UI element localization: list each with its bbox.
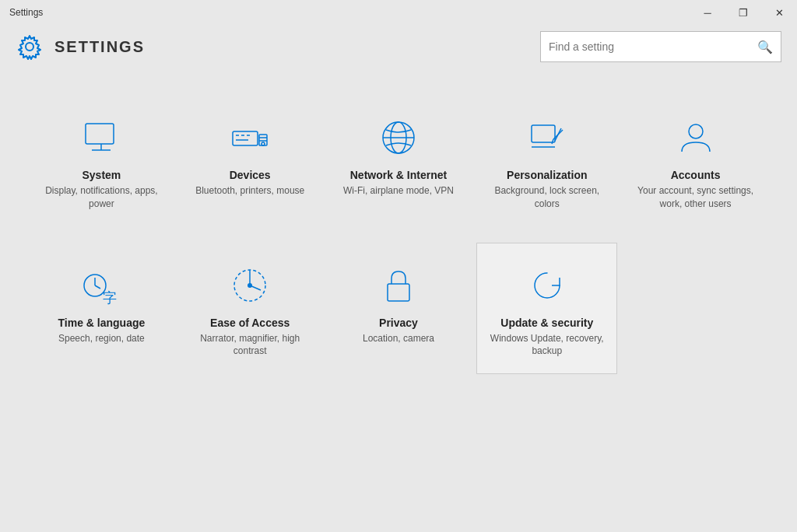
svg-rect-16 — [532, 125, 555, 142]
settings-row-1: System Display, notifications, apps, pow… — [31, 95, 766, 227]
personalization-name: Personalization — [507, 169, 587, 181]
accounts-icon — [672, 114, 719, 161]
setting-item-privacy[interactable]: Privacy Location, camera — [328, 243, 469, 375]
personalization-icon — [524, 114, 571, 161]
setting-item-system[interactable]: System Display, notifications, apps, pow… — [31, 95, 172, 227]
time-name: Time & language — [58, 317, 146, 329]
minimize-button[interactable]: ─ — [690, 0, 725, 25]
setting-item-devices[interactable]: Devices Bluetooth, printers, mouse — [180, 95, 321, 227]
ease-desc: Narrator, magnifier, high contrast — [188, 332, 312, 359]
header-left: SETTINGS — [16, 33, 145, 61]
maximize-button[interactable]: ❐ — [725, 0, 761, 25]
main-content: System Display, notifications, apps, pow… — [0, 72, 797, 532]
svg-point-0 — [26, 43, 33, 51]
privacy-desc: Location, camera — [363, 332, 434, 345]
title-bar-buttons: ─ ❐ ✕ — [690, 0, 797, 25]
settings-row-2: 字 Time & language Speech, region, date E… — [31, 243, 766, 375]
header: SETTINGS 🔍 — [0, 25, 797, 72]
svg-line-19 — [555, 128, 561, 141]
network-name: Network & Internet — [350, 169, 447, 181]
setting-item-personalization[interactable]: Personalization Background, lock screen,… — [476, 95, 617, 227]
ease-icon — [226, 262, 273, 309]
network-desc: Wi-Fi, airplane mode, VPN — [343, 184, 454, 198]
settings-title: SETTINGS — [54, 38, 145, 56]
title-bar-text: Settings — [9, 7, 43, 18]
network-icon — [375, 114, 422, 161]
ease-name: Ease of Access — [210, 317, 290, 329]
personalization-desc: Background, lock screen, colors — [485, 184, 609, 211]
setting-item-accounts[interactable]: Accounts Your account, sync settings, wo… — [625, 95, 766, 227]
update-icon — [524, 262, 571, 309]
svg-rect-1 — [86, 124, 114, 144]
time-icon: 字 — [78, 262, 125, 309]
setting-item-ease[interactable]: Ease of Access Narrator, magnifier, high… — [180, 243, 321, 375]
title-bar: Settings ─ ❐ ✕ — [0, 0, 797, 25]
svg-point-29 — [248, 283, 252, 288]
devices-icon — [226, 114, 273, 161]
search-icon: 🔍 — [757, 40, 773, 54]
close-button[interactable]: ✕ — [761, 0, 797, 25]
svg-rect-30 — [388, 284, 409, 301]
svg-line-24 — [95, 285, 100, 289]
system-desc: Display, notifications, apps, power — [40, 184, 163, 211]
search-box[interactable]: 🔍 — [540, 31, 781, 62]
devices-name: Devices — [230, 169, 271, 181]
system-icon — [78, 114, 125, 161]
svg-point-12 — [262, 142, 265, 145]
svg-point-21 — [689, 124, 703, 138]
setting-item-update[interactable]: Update & security Windows Update, recove… — [476, 243, 617, 375]
gear-icon — [16, 33, 44, 61]
svg-text:字: 字 — [103, 290, 117, 306]
time-desc: Speech, region, date — [58, 332, 145, 345]
search-input[interactable] — [549, 40, 757, 53]
svg-rect-4 — [233, 131, 258, 145]
devices-desc: Bluetooth, printers, mouse — [195, 184, 304, 198]
privacy-name: Privacy — [379, 317, 418, 329]
svg-line-20 — [552, 139, 553, 144]
setting-item-network[interactable]: Network & Internet Wi-Fi, airplane mode,… — [328, 95, 469, 227]
system-name: System — [82, 169, 121, 181]
accounts-name: Accounts — [671, 169, 721, 181]
setting-item-empty — [625, 243, 766, 375]
update-name: Update & security — [500, 317, 593, 329]
accounts-desc: Your account, sync settings, work, other… — [634, 184, 757, 211]
update-desc: Windows Update, recovery, backup — [485, 332, 609, 359]
svg-rect-9 — [259, 135, 267, 145]
privacy-icon — [375, 262, 422, 309]
setting-item-time[interactable]: 字 Time & language Speech, region, date — [31, 243, 172, 375]
